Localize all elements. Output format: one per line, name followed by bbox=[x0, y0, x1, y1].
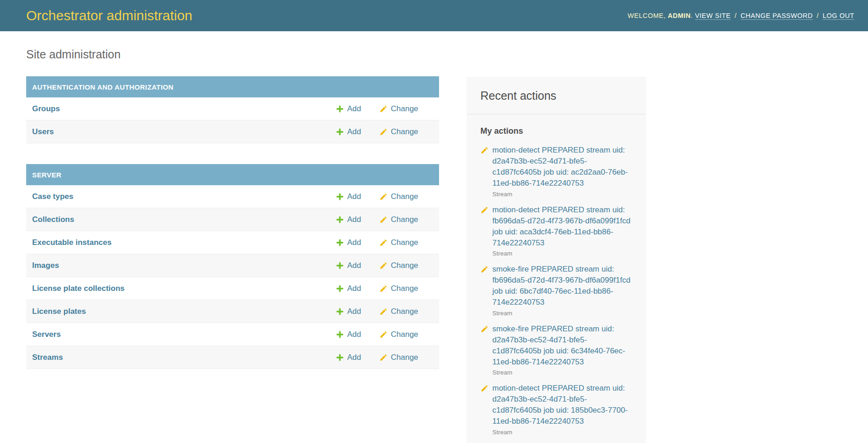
add-label: Add bbox=[347, 330, 361, 339]
module-caption[interactable]: SERVER bbox=[26, 164, 439, 185]
add-label: Add bbox=[347, 353, 361, 362]
pencil-icon bbox=[480, 324, 489, 376]
page-title: Site administration bbox=[26, 31, 439, 61]
add-link[interactable]: Add bbox=[336, 284, 379, 293]
recent-actions-title: Recent actions bbox=[467, 77, 646, 114]
model-row: ServersAddChange bbox=[26, 323, 439, 346]
pencil-icon bbox=[379, 307, 388, 316]
plus-icon bbox=[336, 193, 344, 201]
pencil-icon bbox=[480, 204, 489, 257]
recent-action-type: Stream bbox=[492, 429, 633, 436]
change-label: Change bbox=[391, 104, 418, 114]
model-link[interactable]: License plate collections bbox=[32, 284, 336, 293]
model-link[interactable]: Servers bbox=[32, 330, 336, 339]
change-label: Change bbox=[391, 127, 418, 136]
plus-icon bbox=[336, 239, 344, 247]
model-row: CollectionsAddChange bbox=[26, 208, 439, 231]
pencil-icon bbox=[379, 105, 388, 113]
plus-icon bbox=[336, 105, 344, 113]
change-link[interactable]: Change bbox=[379, 307, 434, 316]
add-link[interactable]: Add bbox=[336, 104, 379, 114]
change-label: Change bbox=[391, 192, 418, 201]
recent-action-link[interactable]: smoke-fire PREPARED stream uid: fb696da5… bbox=[492, 264, 633, 308]
pencil-icon bbox=[480, 145, 489, 198]
pencil-icon bbox=[379, 353, 388, 362]
add-link[interactable]: Add bbox=[336, 307, 379, 316]
user-tools: WELCOME, ADMIN. VIEW SITE / CHANGE PASSW… bbox=[628, 12, 854, 19]
plus-icon bbox=[336, 330, 344, 339]
add-link[interactable]: Add bbox=[336, 215, 379, 224]
add-link[interactable]: Add bbox=[336, 330, 379, 339]
change-password-link[interactable]: CHANGE PASSWORD bbox=[741, 12, 813, 20]
recent-action-body: smoke-fire PREPARED stream uid: fb696da5… bbox=[492, 264, 633, 317]
plus-icon bbox=[336, 284, 344, 293]
change-link[interactable]: Change bbox=[379, 353, 434, 362]
content-area: Site administration AUTHENTICATION AND A… bbox=[0, 31, 868, 443]
change-link[interactable]: Change bbox=[379, 238, 434, 247]
recent-action-item: smoke-fire PREPARED stream uid: fb696da5… bbox=[480, 264, 633, 317]
pencil-icon bbox=[379, 284, 388, 293]
change-label: Change bbox=[391, 284, 418, 293]
change-link[interactable]: Change bbox=[379, 104, 434, 114]
module-caption[interactable]: AUTHENTICATION AND AUTHORIZATION bbox=[26, 76, 439, 97]
model-link[interactable]: Streams bbox=[32, 353, 336, 362]
modules-container: AUTHENTICATION AND AUTHORIZATIONGroupsAd… bbox=[26, 76, 439, 369]
recent-action-item: motion-detect PREPARED stream uid: d2a47… bbox=[480, 383, 633, 436]
recent-action-body: smoke-fire PREPARED stream uid: d2a47b3b… bbox=[492, 324, 633, 376]
change-link[interactable]: Change bbox=[379, 330, 434, 339]
username: ADMIN bbox=[668, 12, 691, 19]
app-header: Orchestrator administration WELCOME, ADM… bbox=[0, 0, 868, 31]
model-link[interactable]: Case types bbox=[32, 192, 336, 201]
add-link[interactable]: Add bbox=[336, 192, 379, 201]
pencil-icon bbox=[379, 193, 388, 201]
main-column: Site administration AUTHENTICATION AND A… bbox=[26, 31, 439, 390]
pencil-icon bbox=[379, 216, 388, 224]
pencil-icon bbox=[379, 239, 388, 247]
change-link[interactable]: Change bbox=[379, 284, 434, 293]
add-link[interactable]: Add bbox=[336, 127, 379, 136]
model-link[interactable]: Groups bbox=[32, 104, 336, 114]
recent-action-link[interactable]: smoke-fire PREPARED stream uid: d2a47b3b… bbox=[492, 324, 633, 368]
model-row: Case typesAddChange bbox=[26, 185, 439, 208]
change-link[interactable]: Change bbox=[379, 215, 434, 224]
model-link[interactable]: License plates bbox=[32, 307, 336, 316]
recent-action-body: motion-detect PREPARED stream uid: d2a47… bbox=[492, 383, 633, 436]
add-link[interactable]: Add bbox=[336, 261, 379, 270]
add-label: Add bbox=[347, 238, 361, 247]
separator: / bbox=[815, 12, 821, 19]
add-label: Add bbox=[347, 127, 361, 136]
pencil-icon bbox=[480, 383, 489, 436]
add-label: Add bbox=[347, 307, 361, 316]
view-site-link[interactable]: VIEW SITE bbox=[695, 12, 731, 20]
recent-action-item: motion-detect PREPARED stream uid: fb696… bbox=[480, 204, 633, 257]
logout-link[interactable]: LOG OUT bbox=[823, 12, 854, 20]
add-label: Add bbox=[347, 215, 361, 224]
change-link[interactable]: Change bbox=[379, 261, 434, 270]
change-link[interactable]: Change bbox=[379, 192, 434, 201]
recent-action-link[interactable]: motion-detect PREPARED stream uid: d2a47… bbox=[492, 145, 633, 189]
add-link[interactable]: Add bbox=[336, 238, 379, 247]
pencil-icon bbox=[379, 128, 388, 136]
model-link[interactable]: Collections bbox=[32, 215, 336, 224]
model-link[interactable]: Users bbox=[32, 127, 336, 136]
change-link[interactable]: Change bbox=[379, 127, 434, 136]
recent-actions-panel: Recent actions My actions motion-detect … bbox=[467, 77, 646, 443]
model-row: UsersAddChange bbox=[26, 120, 439, 143]
site-title-link[interactable]: Orchestrator administration bbox=[26, 8, 192, 23]
separator: / bbox=[733, 12, 738, 19]
recent-action-link[interactable]: motion-detect PREPARED stream uid: fb696… bbox=[492, 204, 633, 249]
welcome-text: WELCOME, bbox=[628, 12, 666, 19]
plus-icon bbox=[336, 353, 344, 362]
model-row: License platesAddChange bbox=[26, 300, 439, 323]
model-link[interactable]: Images bbox=[32, 261, 336, 270]
change-label: Change bbox=[391, 238, 418, 247]
recent-action-link[interactable]: motion-detect PREPARED stream uid: d2a47… bbox=[492, 383, 633, 427]
add-link[interactable]: Add bbox=[336, 353, 379, 362]
add-label: Add bbox=[347, 192, 361, 201]
recent-action-type: Stream bbox=[492, 310, 633, 317]
recent-action-item: smoke-fire PREPARED stream uid: d2a47b3b… bbox=[480, 324, 633, 376]
model-link[interactable]: Executable instances bbox=[32, 238, 336, 247]
recent-action-type: Stream bbox=[492, 250, 633, 257]
recent-action-body: motion-detect PREPARED stream uid: fb696… bbox=[492, 204, 633, 257]
change-label: Change bbox=[391, 307, 418, 316]
